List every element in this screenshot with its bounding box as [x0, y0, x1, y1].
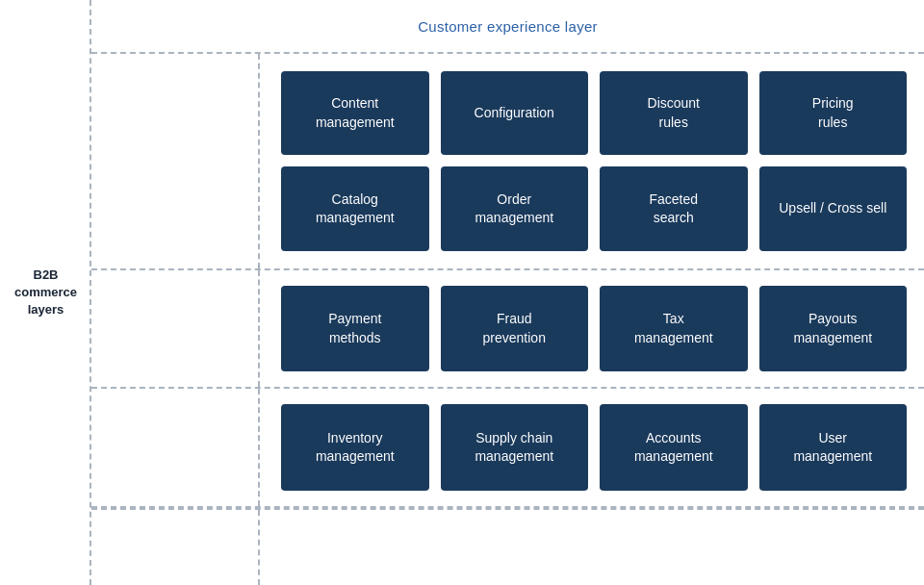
cards-row-3-1: Inventorymanagement Supply chainmanageme…	[281, 404, 907, 491]
bottom-left	[91, 510, 260, 585]
cards-area-2: Paymentmethods Fraudprevention Taxmanage…	[260, 270, 924, 388]
card-supply-chain: Supply chainmanagement	[441, 404, 589, 491]
card-faceted-search: Facetedsearch	[600, 166, 748, 250]
section-left-col-2	[91, 270, 260, 388]
cards-area-1: Contentmanagement Configuration Discount…	[260, 54, 924, 268]
card-user-mgmt: Usermanagement	[759, 404, 908, 491]
left-label-col: B2Bcommercelayers	[0, 0, 91, 585]
bottom-right	[260, 510, 924, 585]
section-row-3: Inventorymanagement Supply chainmanageme…	[91, 389, 924, 508]
section-left-col-1	[91, 54, 260, 268]
card-configuration: Configuration	[441, 71, 589, 155]
card-fraud-prevention: Fraudprevention	[441, 286, 589, 372]
b2b-label: B2Bcommercelayers	[14, 267, 77, 319]
card-order-mgmt: Ordermanagement	[441, 166, 589, 250]
customer-layer-label: Customer experience layer	[418, 18, 598, 35]
card-pricing-rules: Pricingrules	[759, 71, 908, 155]
main-content: Customer experience layer Contentmanagem…	[91, 0, 924, 585]
card-catalog-mgmt: Catalogmanagement	[281, 166, 429, 250]
card-accounts-mgmt: Accountsmanagement	[600, 404, 748, 491]
section-row-1: Contentmanagement Configuration Discount…	[91, 54, 924, 270]
cards-row-1-2: Catalogmanagement Ordermanagement Facete…	[281, 166, 907, 250]
card-content-mgmt: Contentmanagement	[281, 71, 429, 155]
cards-row-1-1: Contentmanagement Configuration Discount…	[281, 71, 907, 155]
card-tax-mgmt: Taxmanagement	[600, 286, 748, 372]
customer-layer-row: Customer experience layer	[91, 0, 924, 54]
card-payouts-mgmt: Payoutsmanagement	[759, 286, 908, 372]
cards-row-2-1: Paymentmethods Fraudprevention Taxmanage…	[281, 286, 907, 372]
section-left-col-3	[91, 389, 260, 506]
bottom-row	[91, 508, 924, 585]
card-upsell-cross: Upsell / Cross sell	[759, 166, 908, 250]
diagram-container: B2Bcommercelayers Customer experience la…	[0, 0, 924, 585]
section-row-2: Paymentmethods Fraudprevention Taxmanage…	[91, 270, 924, 390]
card-discount-rules: Discountrules	[600, 71, 748, 155]
card-inventory-mgmt: Inventorymanagement	[281, 404, 429, 491]
cards-area-3: Inventorymanagement Supply chainmanageme…	[260, 389, 924, 506]
card-payment-methods: Paymentmethods	[281, 286, 429, 372]
